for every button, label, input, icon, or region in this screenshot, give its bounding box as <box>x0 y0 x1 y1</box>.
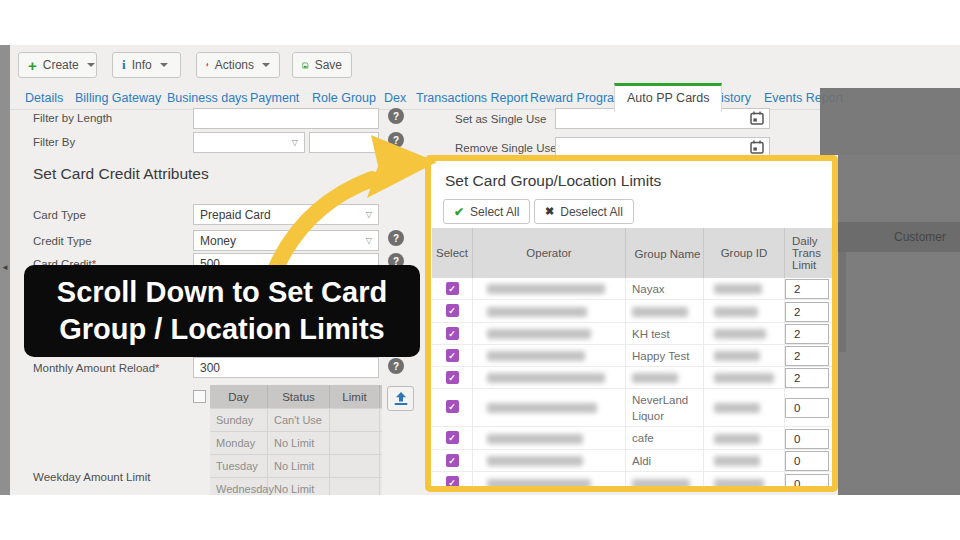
help-icon[interactable]: ? <box>388 230 404 246</box>
redacted-group-id-text <box>714 373 774 383</box>
card-type-label: Card Type <box>33 209 86 221</box>
credit-type-select[interactable]: Money ▽ <box>193 230 379 251</box>
daily-limit-cell <box>785 367 833 388</box>
redacted-group-id-text <box>714 329 766 339</box>
dimmed-overlay: Customer <box>838 155 960 495</box>
screenshot-root: ◄ + Create i Info Actions Save DetailsBi… <box>0 0 960 540</box>
group-name-cell: NeverLand Liquor <box>626 389 704 426</box>
daily-trans-limit-input[interactable] <box>785 429 829 449</box>
filter-by-length-label: Filter by Length <box>33 112 112 124</box>
select-cell: ✓ <box>432 278 473 299</box>
operator-cell <box>473 278 626 299</box>
group-limits-table-header: SelectOperatorGroup NameGroup IDDaily Tr… <box>432 228 833 278</box>
row-select-checkbox[interactable]: ✓ <box>446 282 459 295</box>
filter-by-input[interactable] <box>309 132 379 153</box>
weekday-limit-cell <box>330 455 380 477</box>
daily-trans-limit-input[interactable] <box>785 302 829 322</box>
operator-cell <box>473 472 626 486</box>
tab-details[interactable]: Details <box>25 91 63 105</box>
weekday-day-cell: Wednesday <box>210 478 268 495</box>
daily-trans-limit-input[interactable] <box>785 398 829 418</box>
callout-line-2: Group / Location Limits <box>59 311 384 348</box>
row-select-checkbox[interactable]: ✓ <box>446 304 459 317</box>
tab-billing-gateway[interactable]: Billing Gateway <box>75 91 161 105</box>
scrollbar[interactable] <box>839 252 846 352</box>
tab-dex[interactable]: Dex <box>384 91 406 105</box>
operator-cell <box>473 450 626 471</box>
collapse-arrow-icon: ◄ <box>1 263 9 272</box>
redacted-group-name-text <box>632 479 690 486</box>
group-limits-row: ✓ <box>432 367 833 389</box>
redacted-operator-text <box>487 329 591 339</box>
redacted-operator-text <box>487 373 605 383</box>
filter-by-length-input[interactable] <box>193 108 379 129</box>
deselect-all-button[interactable]: ✖ Deselect All <box>534 199 634 224</box>
group-name-cell: cafe <box>626 427 704 449</box>
tab-payment[interactable]: Payment <box>250 91 299 105</box>
daily-trans-limit-input[interactable] <box>785 324 829 344</box>
select-cell: ✓ <box>432 367 473 388</box>
row-select-checkbox[interactable]: ✓ <box>446 400 459 413</box>
daily-trans-limit-input[interactable] <box>785 451 829 471</box>
daily-trans-limit-input[interactable] <box>785 368 829 388</box>
operator-cell <box>473 323 626 344</box>
calendar-icon[interactable] <box>750 111 764 129</box>
info-button-label: Info <box>132 58 152 72</box>
select-cell: ✓ <box>432 389 473 426</box>
plus-icon: + <box>28 58 37 73</box>
group-name-cell: Nayax <box>626 278 704 299</box>
lightning-icon <box>206 58 209 72</box>
group-name-cell: Happy Test <box>626 345 704 366</box>
help-icon[interactable]: ? <box>388 132 404 148</box>
tab-auto-pp-cards[interactable]: Auto PP Cards <box>614 83 722 112</box>
callout-line-1: Scroll Down to Set Card <box>57 274 387 311</box>
group-name-cell <box>626 300 704 322</box>
row-select-checkbox[interactable]: ✓ <box>446 476 459 486</box>
redacted-operator-text <box>487 456 583 466</box>
tab-reward-program[interactable]: Reward Program <box>530 91 624 105</box>
row-select-checkbox[interactable]: ✓ <box>446 371 459 384</box>
daily-limit-cell <box>785 472 833 486</box>
daily-limit-cell <box>785 300 833 322</box>
redacted-group-id-text <box>714 479 764 486</box>
sidebar-collapse-strip[interactable]: ◄ <box>0 45 10 495</box>
chevron-down-icon: ▽ <box>366 210 372 219</box>
select-cell: ✓ <box>432 300 473 322</box>
upload-button[interactable] <box>387 386 414 411</box>
tab-business-days[interactable]: Business days <box>167 91 248 105</box>
daily-trans-limit-input[interactable] <box>785 474 829 486</box>
help-icon[interactable]: ? <box>388 358 404 374</box>
weekday-row: MondayNo Limit <box>210 431 382 454</box>
row-select-checkbox[interactable]: ✓ <box>446 327 459 340</box>
redacted-operator-text <box>487 479 591 486</box>
row-select-checkbox[interactable]: ✓ <box>446 349 459 362</box>
weekday-limit-cell <box>330 478 380 495</box>
weekday-table-checkbox[interactable] <box>193 390 206 403</box>
select-all-button[interactable]: ✔ Select All <box>443 199 530 224</box>
remove-single-use-label: Remove Single Use <box>455 142 557 154</box>
group-id-cell <box>704 450 785 471</box>
filter-by-select[interactable]: ▽ <box>193 132 305 153</box>
card-type-select[interactable]: Prepaid Card ▽ <box>193 204 379 225</box>
info-button[interactable]: i Info <box>112 52 181 78</box>
daily-trans-limit-input[interactable] <box>785 346 829 366</box>
daily-trans-limit-input[interactable] <box>785 279 829 299</box>
group-id-cell <box>704 323 785 344</box>
tab-transactions-report[interactable]: Transactions Report <box>416 91 528 105</box>
group-name-cell <box>626 367 704 388</box>
row-select-checkbox[interactable]: ✓ <box>446 431 459 444</box>
row-select-checkbox[interactable]: ✓ <box>446 454 459 467</box>
deselect-all-label: Deselect All <box>560 205 623 219</box>
redacted-operator-text <box>487 434 583 444</box>
operator-cell <box>473 427 626 449</box>
tab-role-group[interactable]: Role Group <box>312 91 376 105</box>
monthly-reload-input[interactable] <box>193 357 379 378</box>
weekday-row: SundayCan't Use <box>210 408 382 431</box>
dimmed-overlay <box>820 88 960 155</box>
help-icon[interactable]: ? <box>388 108 404 124</box>
weekday-table-header: DayStatusLimit <box>210 385 382 408</box>
actions-button[interactable]: Actions <box>196 52 280 78</box>
create-button[interactable]: + Create <box>18 52 97 78</box>
daily-limit-cell <box>785 450 833 471</box>
save-button[interactable]: Save <box>292 52 352 78</box>
